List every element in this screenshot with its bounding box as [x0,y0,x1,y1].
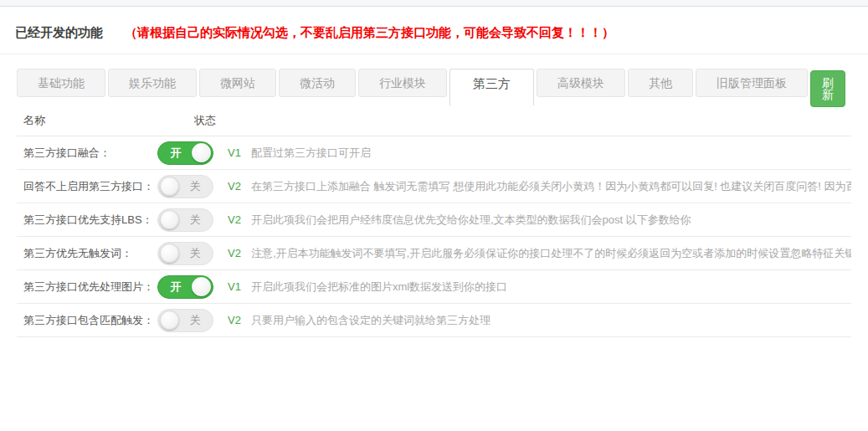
version-badge: V1 [228,280,241,293]
tab-basic-features[interactable]: 基础功能 [17,69,105,97]
toggle-lbs-priority[interactable]: 关 [157,208,213,232]
top-header-strip [0,0,868,7]
toggle-image-priority[interactable]: 开 [157,275,213,299]
table-header-row: 名称 状态 [17,105,851,136]
toggle-state-label: 关 [179,313,211,328]
toggle-third-party-fusion[interactable]: 开 [157,141,213,165]
toggle-knob [160,177,179,196]
feature-description: 开启此项我们会把标准的图片xml数据发送到你的接口 [251,280,851,295]
version-badge: V2 [228,213,241,226]
feature-label: 第三方接口优先支持LBS： [17,213,157,228]
toggle-state-label: 关 [179,179,211,194]
feature-description: 配置过第三方接口可开启 [251,146,851,161]
feature-label: 第三方接口优先处理图片： [17,280,157,295]
toggle-contains-match-trigger[interactable]: 关 [157,309,213,332]
features-table: 名称 状态 第三方接口融合： 开 V1 配置过第三方接口可开启 回答不上启用第三… [17,105,851,337]
warning-text: （请根据自己的实际情况勾选，不要乱启用第三方接口功能，可能会导致不回复！！！） [125,25,614,41]
toggle-state-label: 关 [179,246,211,261]
toggle-state-label: 开 [160,280,192,295]
toggle-knob [192,277,211,296]
page-title: 已经开发的功能 [15,25,103,41]
table-row: 第三方接口优先支持LBS： 关 V2 开启此项我们会把用户经纬度信息优先交给你处… [17,203,851,237]
column-header-name: 名称 [17,113,157,128]
tab-micro-activity[interactable]: 微活动 [279,69,356,97]
toggle-fallback-third-party[interactable]: 关 [157,175,213,198]
feature-label: 回答不上启用第三方接口： [17,179,157,194]
feature-description: 注意,开启本功能触发词不要填写,开启此服务必须保证你的接口处理不了的时候必须返回… [251,246,851,261]
version-badge: V2 [228,247,241,259]
version-badge: V1 [228,146,241,159]
version-badge: V2 [228,314,241,326]
heading-divider [0,54,868,54]
page-heading: 已经开发的功能 （请根据自己的实际情况勾选，不要乱启用第三方接口功能，可能会导致… [0,7,868,54]
table-row: 第三方接口融合： 开 V1 配置过第三方接口可开启 [17,136,851,170]
table-row: 第三方接口优先处理图片： 开 V1 开启此项我们会把标准的图片xml数据发送到你… [17,270,851,304]
toggle-knob [160,244,179,263]
feature-label: 第三方优先无触发词： [17,246,157,261]
feature-description: 只要用户输入的包含设定的关键词就给第三方处理 [251,313,851,328]
toggle-no-trigger-word[interactable]: 关 [157,242,213,265]
tab-bar: 基础功能 娱乐功能 微网站 微活动 行业模块 第三方 高级模块 其他 旧版管理面… [17,69,851,105]
toggle-knob [192,143,211,162]
version-badge: V2 [228,180,241,192]
tab-micro-site[interactable]: 微网站 [199,69,276,97]
table-row: 第三方优先无触发词： 关 V2 注意,开启本功能触发词不要填写,开启此服务必须保… [17,237,851,270]
tab-entertainment[interactable]: 娱乐功能 [108,69,197,97]
feature-description: 开启此项我们会把用户经纬度信息优先交给你处理,文本类型的数据我们会post 以下… [251,213,851,228]
table-row: 第三方接口包含匹配触发： 关 V2 只要用户输入的包含设定的关键词就给第三方处理 [17,304,851,337]
column-header-status: 状态 [157,113,216,128]
tab-industry-modules[interactable]: 行业模块 [358,69,447,97]
refresh-button[interactable]: 刷新 [810,70,845,107]
toggle-knob [160,210,179,229]
feature-label: 第三方接口包含匹配触发： [17,313,157,328]
tab-legacy-admin-panel[interactable]: 旧版管理面板 [696,69,808,97]
toggle-knob [160,310,179,330]
feature-label: 第三方接口融合： [17,146,157,161]
toggle-state-label: 关 [179,213,211,228]
tab-third-party[interactable]: 第三方 [449,69,534,105]
tab-other[interactable]: 其他 [628,69,693,97]
feature-description: 在第三方接口上添加融合 触发词无需填写 想使用此功能必须关闭小黄鸡！因为小黄鸡都… [251,179,851,194]
toggle-state-label: 开 [160,146,192,161]
table-row: 回答不上启用第三方接口： 关 V2 在第三方接口上添加融合 触发词无需填写 想使… [17,170,851,203]
tab-advanced-modules[interactable]: 高级模块 [537,69,625,97]
